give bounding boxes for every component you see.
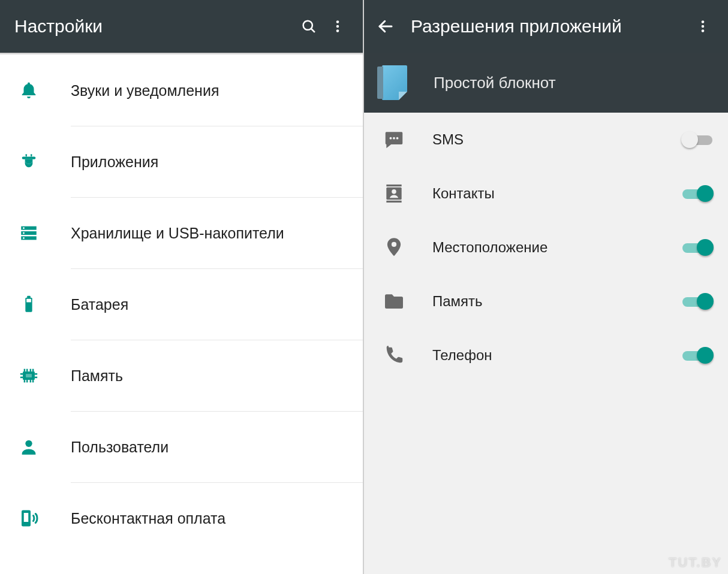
permission-row-location[interactable]: Местоположение	[364, 220, 728, 274]
svg-line-1	[311, 29, 315, 32]
appbar-permissions: Разрешения приложений	[364, 0, 728, 53]
permissions-list: SMS Контакты Местоположение Память	[364, 113, 728, 574]
permission-label: Местоположение	[432, 239, 681, 256]
permissions-screen: Разрешения приложений Простой блокнот SM…	[364, 0, 728, 574]
permission-label: Память	[432, 293, 681, 310]
settings-row-sound[interactable]: Звуки и уведомления	[0, 55, 363, 126]
svg-point-35	[702, 20, 705, 23]
svg-point-44	[392, 189, 396, 194]
svg-rect-15	[27, 296, 31, 298]
permission-label: Телефон	[432, 347, 681, 364]
svg-point-31	[25, 440, 32, 447]
phone-icon	[381, 342, 407, 368]
svg-point-38	[390, 137, 392, 140]
permission-label: Контакты	[432, 185, 681, 202]
svg-point-40	[396, 137, 399, 140]
settings-row-storage[interactable]: Хранилище и USB-накопители	[0, 198, 363, 268]
settings-row-nfc[interactable]: Бесконтактная оплата	[0, 483, 363, 554]
settings-row-label: Звуки и уведомления	[71, 82, 363, 99]
svg-point-4	[336, 29, 339, 32]
svg-rect-41	[386, 185, 401, 186]
svg-point-3	[336, 25, 339, 28]
svg-point-36	[702, 25, 705, 28]
permission-row-phone[interactable]: Телефон	[364, 328, 728, 382]
back-icon	[377, 17, 395, 35]
svg-rect-5	[22, 157, 36, 159]
permission-toggle-sms[interactable]	[681, 130, 714, 149]
permission-row-storage[interactable]: Память	[364, 274, 728, 328]
contacts-icon	[381, 180, 407, 207]
settings-row-label: Батарея	[71, 296, 363, 313]
settings-row-label: Хранилище и USB-накопители	[71, 225, 363, 242]
location-icon	[381, 234, 407, 261]
appbar-settings: Настройки	[0, 0, 363, 53]
svg-point-13	[23, 237, 25, 239]
settings-row-battery[interactable]: Батарея	[0, 269, 363, 340]
nfc-icon	[16, 505, 42, 531]
permission-row-sms[interactable]: SMS	[364, 113, 728, 167]
settings-row-label: Приложения	[71, 153, 363, 171]
svg-point-2	[336, 20, 339, 23]
notebook-app-icon	[377, 65, 407, 100]
more-vert-icon	[330, 19, 345, 34]
svg-point-45	[392, 242, 396, 247]
battery-icon	[16, 291, 42, 318]
sms-icon	[381, 126, 407, 153]
svg-rect-33	[23, 512, 29, 523]
svg-rect-42	[386, 201, 401, 203]
apps-icon	[16, 149, 42, 175]
search-icon	[300, 18, 317, 35]
back-button[interactable]	[371, 12, 400, 41]
svg-point-11	[23, 227, 25, 229]
svg-point-39	[393, 137, 395, 140]
settings-row-label: Память	[71, 367, 363, 385]
search-button[interactable]	[294, 12, 323, 41]
svg-rect-18	[26, 374, 32, 377]
settings-row-apps[interactable]: Приложения	[0, 126, 363, 197]
page-title-settings: Настройки	[14, 16, 294, 37]
permission-row-contacts[interactable]: Контакты	[364, 167, 728, 220]
svg-rect-16	[26, 299, 31, 303]
svg-point-12	[23, 232, 25, 234]
permission-toggle-contacts[interactable]	[681, 184, 714, 203]
folder-icon	[381, 288, 407, 315]
storage-icon	[16, 220, 42, 246]
overflow-button[interactable]	[323, 12, 352, 41]
more-vert-icon	[695, 19, 711, 34]
permission-toggle-storage[interactable]	[681, 292, 714, 311]
permission-toggle-location[interactable]	[681, 238, 714, 257]
settings-screen: Настройки Звуки и уведомления Приложения	[0, 0, 364, 574]
settings-row-label: Бесконтактная оплата	[71, 510, 363, 527]
bell-icon	[16, 77, 42, 104]
permission-label: SMS	[432, 131, 681, 148]
app-subheader: Простой блокнот	[364, 53, 728, 113]
memory-icon	[16, 362, 42, 389]
svg-point-37	[702, 29, 705, 32]
settings-row-memory[interactable]: Память	[0, 340, 363, 411]
app-name-label: Простой блокнот	[434, 74, 556, 92]
permission-toggle-phone[interactable]	[681, 346, 714, 365]
overflow-button[interactable]	[688, 12, 717, 41]
page-title-permissions: Разрешения приложений	[411, 16, 688, 37]
settings-row-users[interactable]: Пользователи	[0, 412, 363, 482]
svg-point-0	[303, 21, 312, 30]
user-icon	[16, 434, 42, 460]
settings-list: Звуки и уведомления Приложения Хранилище…	[0, 55, 363, 574]
settings-row-label: Пользователи	[71, 439, 363, 456]
